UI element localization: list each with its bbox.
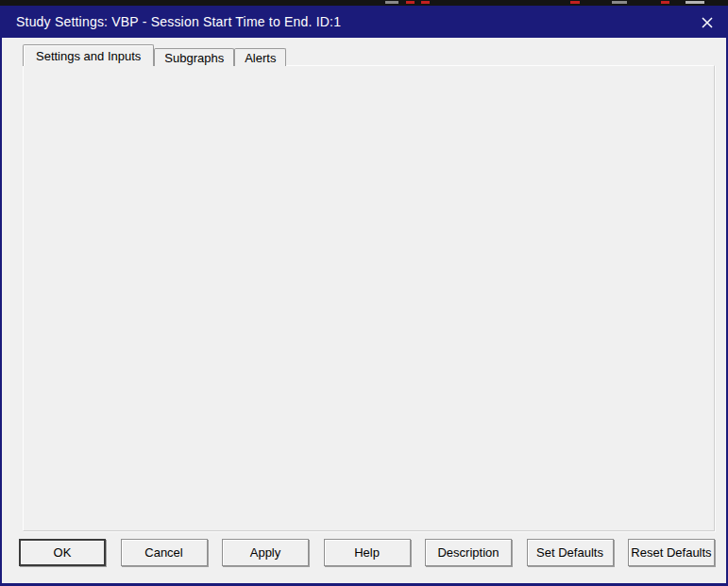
help-button[interactable]: Help bbox=[324, 539, 411, 566]
apply-button[interactable]: Apply bbox=[222, 539, 309, 566]
screen: Study Settings: VBP - Session Start Time… bbox=[0, 0, 728, 586]
tab-page bbox=[23, 65, 715, 531]
tab-settings-and-inputs[interactable]: Settings and Inputs bbox=[23, 44, 154, 66]
dialog-title: Study Settings: VBP - Session Start Time… bbox=[0, 14, 341, 29]
tab-alerts[interactable]: Alerts bbox=[234, 48, 286, 66]
title-bar: Study Settings: VBP - Session Start Time… bbox=[0, 6, 728, 38]
tab-subgraphs[interactable]: Subgraphs bbox=[154, 48, 234, 66]
close-icon[interactable] bbox=[698, 13, 717, 32]
ok-button[interactable]: OK bbox=[19, 539, 106, 566]
tab-label: Subgraphs bbox=[164, 51, 224, 65]
footer-buttons: OKCancelApplyHelpDescriptionSet Defaults… bbox=[19, 539, 715, 566]
description-button[interactable]: Description bbox=[425, 539, 512, 566]
study-settings-dialog: Study Settings: VBP - Session Start Time… bbox=[0, 6, 728, 586]
tab-label: Settings and Inputs bbox=[36, 49, 141, 63]
set-defaults-button[interactable]: Set Defaults bbox=[527, 539, 614, 566]
cancel-button[interactable]: Cancel bbox=[121, 539, 208, 566]
tab-label: Alerts bbox=[245, 51, 276, 65]
tab-strip: Settings and Inputs Subgraphs Alerts bbox=[23, 44, 286, 66]
reset-defaults-button[interactable]: Reset Defaults bbox=[628, 539, 715, 566]
